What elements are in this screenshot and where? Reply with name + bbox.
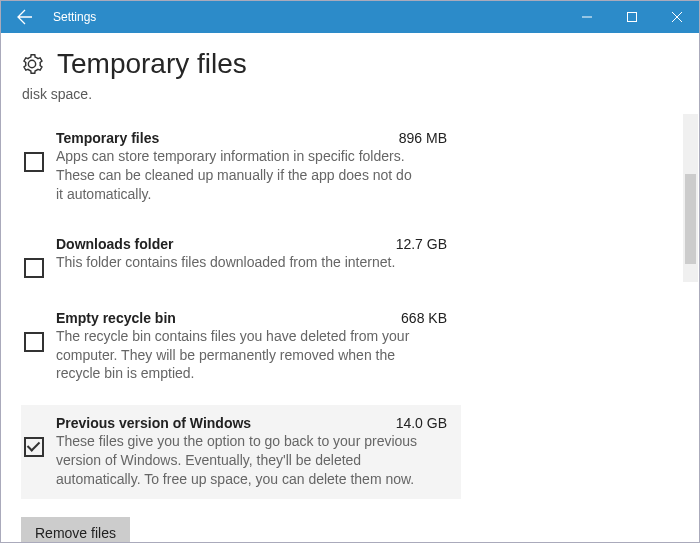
item-body: Previous version of Windows14.0 GBThese … xyxy=(44,415,451,489)
item-size: 896 MB xyxy=(399,130,451,146)
item-body: Temporary files896 MBApps can store temp… xyxy=(44,130,451,204)
gear-icon xyxy=(21,53,43,75)
storage-item: Downloads folder12.7 GBThis folder conta… xyxy=(21,226,461,288)
close-button[interactable] xyxy=(654,1,699,33)
item-label: Previous version of Windows xyxy=(56,415,251,431)
item-label: Downloads folder xyxy=(56,236,173,252)
item-description: This folder contains files downloaded fr… xyxy=(56,252,451,272)
truncated-text: disk space. xyxy=(1,86,699,120)
back-button[interactable] xyxy=(1,1,49,33)
titlebar: Settings xyxy=(1,1,699,33)
svg-rect-0 xyxy=(627,13,636,22)
item-description: The recycle bin contains files you have … xyxy=(56,326,451,384)
scrollbar-thumb[interactable] xyxy=(685,174,696,264)
maximize-button[interactable] xyxy=(609,1,654,33)
item-header: Downloads folder12.7 GB xyxy=(56,236,451,252)
remove-files-button[interactable]: Remove files xyxy=(21,517,130,543)
scrollbar-track[interactable] xyxy=(683,114,698,282)
storage-item: Temporary files896 MBApps can store temp… xyxy=(21,120,461,214)
item-checkbox[interactable] xyxy=(24,332,44,352)
item-size: 668 KB xyxy=(401,310,451,326)
close-icon xyxy=(672,12,682,22)
window-title: Settings xyxy=(49,10,564,24)
storage-item: Previous version of Windows14.0 GBThese … xyxy=(21,405,461,499)
item-description: Apps can store temporary information in … xyxy=(56,146,451,204)
item-checkbox[interactable] xyxy=(24,258,44,278)
item-body: Empty recycle bin668 KBThe recycle bin c… xyxy=(44,310,451,384)
item-body: Downloads folder12.7 GBThis folder conta… xyxy=(44,236,451,272)
item-checkbox[interactable] xyxy=(24,437,44,457)
item-header: Temporary files896 MB xyxy=(56,130,451,146)
item-header: Previous version of Windows14.0 GB xyxy=(56,415,451,431)
item-size: 12.7 GB xyxy=(396,236,451,252)
temp-files-list: Temporary files896 MBApps can store temp… xyxy=(1,120,699,499)
maximize-icon xyxy=(627,12,637,22)
item-description: These files give you the option to go ba… xyxy=(56,431,451,489)
item-label: Empty recycle bin xyxy=(56,310,176,326)
item-label: Temporary files xyxy=(56,130,159,146)
page-header: Temporary files xyxy=(1,33,699,88)
arrow-left-icon xyxy=(17,9,33,25)
item-checkbox[interactable] xyxy=(24,152,44,172)
page-title: Temporary files xyxy=(57,48,247,80)
minimize-button[interactable] xyxy=(564,1,609,33)
item-header: Empty recycle bin668 KB xyxy=(56,310,451,326)
storage-item: Empty recycle bin668 KBThe recycle bin c… xyxy=(21,300,461,394)
item-size: 14.0 GB xyxy=(396,415,451,431)
minimize-icon xyxy=(582,12,592,22)
